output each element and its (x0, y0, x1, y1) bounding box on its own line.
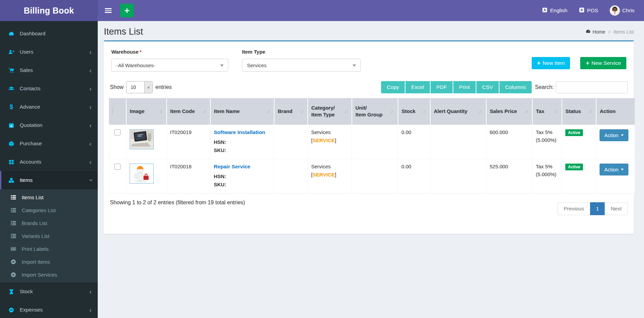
sidebar-item-advance[interactable]: $Advance‹ (0, 98, 98, 116)
sidebar-item-items[interactable]: Items‹ (0, 171, 98, 189)
sidebar-item-users[interactable]: Users‹ (0, 43, 98, 61)
col-header-item-code[interactable]: Item Code↓↑ (167, 98, 210, 125)
sidebar-item-label: Print Labels (22, 246, 49, 252)
col-header-item-name[interactable]: Item Name↓↑ (210, 98, 274, 125)
user-menu[interactable]: Chris (610, 5, 634, 16)
item-name-link[interactable]: Software Installation (214, 129, 265, 135)
col-header-category-item-type[interactable]: Category/ Item Type↓↑ (308, 98, 352, 125)
pagination-page-1-button[interactable]: 1 (590, 202, 605, 215)
sort-icon: ↓↑ (479, 109, 482, 114)
col-header-unit-item-group[interactable]: Unit/ Item Group↓↑ (352, 98, 398, 125)
sidebar-submenu: Items ListCategories ListBrands ListVari… (0, 189, 98, 282)
item-code: IT020019 (170, 129, 191, 135)
import-icon (10, 272, 17, 278)
item-name-link[interactable]: Repair Service (214, 164, 250, 169)
sidebar-item-accounts[interactable]: Accounts‹ (0, 153, 98, 171)
export-excel-button[interactable]: Excel (405, 81, 430, 93)
sidebar-item-quotation[interactable]: Quotation‹ (0, 116, 98, 134)
sidebar-item-items-list[interactable]: Items List (0, 191, 98, 204)
sidebar-item-contacts[interactable]: Contacts‹ (0, 79, 98, 98)
chevron-left-icon: ‹ (89, 306, 92, 313)
main-content: Items List Home > Items List Warehouse* … (98, 0, 644, 318)
sidebar-item-expenses[interactable]: Expenses‹ (0, 301, 98, 318)
list-icon (10, 207, 17, 213)
sort-icon: ↓↑ (554, 109, 558, 114)
sidebar-item-variants-list[interactable]: Variants List (0, 229, 98, 242)
sidebar-item-sales[interactable]: Sales‹ (0, 61, 98, 79)
pagination: Previous1Next (557, 202, 628, 215)
sort-icon: ↓↑ (344, 109, 348, 114)
chevron-left-icon: ‹ (89, 122, 92, 129)
item-type-tag: [SERVICE] (311, 137, 348, 143)
row-action-button[interactable]: Action (600, 164, 628, 175)
export-pdf-button[interactable]: PDF (430, 81, 453, 93)
item-type-select[interactable]: Services (242, 59, 361, 72)
sku-label: SKU: (214, 182, 270, 187)
items-list-card: Warehouse* -All Warehouses- Item Type Se… (104, 40, 634, 234)
sidebar-item-print-labels[interactable]: Print Labels (0, 242, 98, 255)
sidebar-item-import-services[interactable]: Import Services (0, 268, 98, 281)
warehouse-select[interactable]: -All Warehouses- (111, 59, 228, 72)
sidebar-item-label: Accounts (20, 159, 41, 165)
sidebar-item-label: Stock (20, 288, 33, 295)
dashboard-icon (586, 29, 591, 35)
row-checkbox[interactable] (114, 164, 120, 170)
top-navbar: Billing Book + English POS Chris (0, 0, 644, 21)
sidebar-item-label: Dashboard (20, 31, 45, 37)
col-header-brand[interactable]: Brand↓↑ (274, 98, 308, 125)
minus-circle-icon (8, 307, 15, 313)
row-action-button[interactable]: Action (600, 129, 628, 141)
sort-icon: ↓↑ (423, 109, 427, 114)
row-checkbox[interactable] (114, 129, 120, 135)
export-columns-button[interactable]: Columns (499, 81, 532, 93)
search-input[interactable] (556, 81, 628, 93)
table-header-row: Image↓↑Item Code↓↑Item Name↓↑Brand↓↑Cate… (109, 98, 635, 125)
app-logo[interactable]: Billing Book (0, 0, 98, 21)
sidebar-item-label: Categories List (22, 207, 56, 213)
col-header-image[interactable]: Image↓↑ (126, 98, 167, 125)
sidebar-item-label: Contacts (20, 86, 40, 92)
sidebar-item-stock[interactable]: Stock‹ (0, 282, 98, 301)
sort-icon: ↓↑ (203, 109, 207, 114)
col-header-stock[interactable]: Stock↓↑ (398, 98, 430, 125)
chevron-down-icon (353, 64, 356, 67)
export-button-group: CopyExcelPDFPrintCSVColumns (381, 81, 532, 93)
sidebar-item-import-items[interactable]: Import Items (0, 255, 98, 268)
warehouse-label: Warehouse* (111, 49, 228, 55)
pagination-previous-button[interactable]: Previous (557, 202, 590, 215)
page-length-select[interactable]: 10 ∨ (126, 81, 153, 93)
pos-button[interactable]: POS (579, 7, 598, 14)
sidebar-item-purchase[interactable]: Purchase‹ (0, 134, 98, 153)
col-header-tax[interactable]: Tax↓↑ (532, 98, 562, 125)
sidebar-item-categories-list[interactable]: Categories List (0, 204, 98, 217)
col-header-alert-quantity[interactable]: Alert Quantity↓↑ (430, 98, 486, 125)
sidebar-toggle-icon[interactable] (102, 5, 114, 16)
language-menu[interactable]: English (542, 7, 567, 14)
col-header-status[interactable]: Status↓↑ (562, 98, 596, 125)
stock: 0.00 (401, 129, 411, 135)
new-service-button[interactable]: +New Service (580, 57, 626, 69)
new-item-button[interactable]: +New Item (532, 57, 570, 69)
export-print-button[interactable]: Print (453, 81, 476, 93)
sort-icon: ↓↑ (589, 109, 592, 114)
export-copy-button[interactable]: Copy (381, 81, 405, 93)
sidebar-item-label: Quotation (20, 122, 42, 128)
col-header-sales-price[interactable]: Sales Price↓↑ (486, 98, 532, 125)
sidebar-item-brands-list[interactable]: Brands List (0, 217, 98, 229)
list-icon (10, 220, 17, 226)
sidebar-item-label: Users (20, 49, 33, 55)
items-table: Image↓↑Item Code↓↑Item Name↓↑Brand↓↑Cate… (109, 98, 635, 193)
export-csv-button[interactable]: CSV (476, 81, 499, 93)
item-type-label: Item Type (242, 49, 361, 55)
tax-rate: (5.000%) (536, 171, 558, 177)
breadcrumb-home-link[interactable]: Home (586, 29, 605, 35)
table-body: IT020019Software InstallationHSN:SKU:Ser… (109, 125, 635, 193)
pagination-next-button[interactable]: Next (605, 202, 628, 215)
cubes-icon (8, 177, 15, 183)
select-all-checkbox[interactable] (112, 108, 113, 114)
cube-icon (8, 141, 15, 147)
sidebar-item-dashboard[interactable]: Dashboard (0, 24, 98, 43)
quick-add-button[interactable]: + (120, 4, 134, 17)
tax-rate: (5.000%) (536, 137, 558, 143)
sort-icon: ↓↑ (267, 109, 270, 114)
